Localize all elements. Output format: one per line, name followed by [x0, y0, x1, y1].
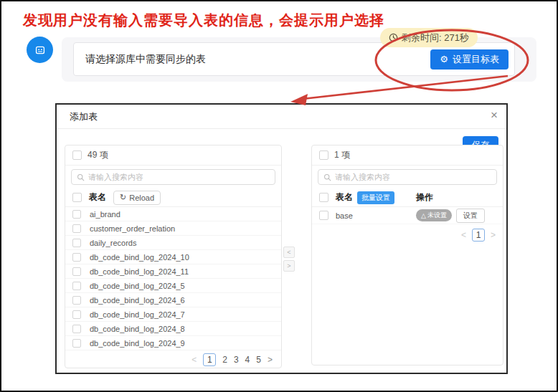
table-row[interactable]: db_code_bind_log_2024_11	[65, 264, 281, 279]
action-column-header: 操作	[416, 191, 433, 204]
target-count-row: 1 项	[312, 145, 503, 166]
source-header-row: 表名 ↻ Reload	[65, 188, 281, 207]
page-next-icon[interactable]: >	[491, 230, 496, 240]
table-row[interactable]: db_code_bind_log_2024_8	[65, 322, 281, 336]
page-next-icon[interactable]: >	[268, 355, 273, 365]
close-icon[interactable]: ×	[491, 108, 498, 123]
target-search-row	[312, 166, 503, 188]
table-name: db_code_bind_log_2024_10	[90, 253, 189, 262]
row-checkbox[interactable]	[72, 267, 81, 276]
table-row[interactable]: db_code_bind_log_2024_10	[65, 250, 281, 264]
target-header-row: 表名 批量设置 操作	[312, 188, 503, 207]
set-row-button[interactable]: 设置	[456, 209, 485, 223]
source-select-all-checkbox[interactable]	[72, 150, 82, 160]
row-checkbox[interactable]	[72, 224, 81, 233]
source-name-column-header: 表名	[89, 191, 106, 204]
row-checkbox[interactable]	[72, 253, 81, 262]
table-name: db_code_bind_log_2024_11	[90, 267, 189, 276]
gear-icon: ⚙	[440, 54, 448, 64]
table-name: db_code_bind_log_2024_7	[90, 310, 185, 319]
source-search-box	[71, 169, 275, 185]
row-checkbox[interactable]	[72, 296, 81, 305]
table-name: db_code_bind_log_2024_8	[90, 325, 185, 333]
table-name: customer_order_relation	[90, 224, 175, 233]
prompt-message-text: 请选择源库中需要同步的表	[85, 53, 206, 66]
clock-icon	[389, 33, 398, 42]
screenshot-frame: 剩余时间: 271秒 发现用户没有输入需要导入表的信息，会提示用户选择 请选择源…	[0, 0, 558, 392]
table-row[interactable]: db_code_bind_log_2024_9	[65, 336, 281, 350]
warning-triangle-icon: △	[421, 212, 426, 219]
table-name: ai_brand	[90, 210, 120, 219]
page-prev-icon[interactable]: <	[461, 230, 466, 240]
source-search-row	[65, 166, 281, 188]
target-table-name: base	[336, 211, 353, 220]
table-row[interactable]: db_code_bind_log_2024_7	[65, 307, 281, 322]
row-checkbox[interactable]	[72, 339, 81, 348]
page-1-active[interactable]: 1	[472, 229, 485, 242]
target-select-all-checkbox[interactable]	[319, 150, 328, 160]
page-3[interactable]: 3	[234, 355, 239, 365]
target-count-label: 1 项	[334, 149, 350, 161]
page-prev-icon[interactable]: <	[191, 355, 197, 365]
source-count-label: 49 项	[88, 149, 108, 161]
table-name: db_code_bind_log_2024_6	[90, 296, 185, 305]
search-icon	[77, 173, 85, 181]
row-checkbox[interactable]	[72, 282, 81, 290]
modal-header: 添加表	[57, 105, 506, 129]
table-row[interactable]: db_code_bind_log_2024_5	[65, 279, 281, 293]
prompt-message-box: 请选择源库中需要同步的表 ⚙ 设置目标表	[73, 42, 515, 76]
table-name: db_code_bind_log_2024_5	[90, 282, 185, 290]
reload-label: Reload	[129, 193, 154, 202]
target-pagination: < 1 >	[312, 224, 503, 246]
remaining-time-label: 剩余时间: 271秒	[402, 32, 469, 44]
remaining-time-badge: 剩余时间: 271秒	[380, 28, 478, 47]
move-right-button[interactable]: >	[283, 260, 295, 272]
reload-button[interactable]: ↻ Reload	[113, 191, 161, 205]
page-1-active[interactable]: 1	[203, 353, 216, 366]
table-row[interactable]: ai_brand	[65, 207, 281, 221]
page-4[interactable]: 4	[245, 355, 250, 365]
table-row[interactable]: daily_records	[65, 236, 281, 250]
source-pagination: < 1 2 3 4 5 >	[65, 350, 281, 368]
row-checkbox[interactable]	[72, 310, 81, 319]
row-checkbox[interactable]	[72, 325, 81, 333]
source-header-checkbox[interactable]	[72, 193, 82, 202]
batch-set-button[interactable]: 批量设置	[357, 191, 394, 204]
source-search-input[interactable]	[88, 173, 270, 181]
status-badge-label: 未设置	[427, 211, 447, 220]
source-table-panel: 49 项 表名 ↻ Reload	[65, 145, 282, 368]
robot-face-icon	[33, 43, 47, 57]
modal-title: 添加表	[70, 110, 98, 123]
target-search-input[interactable]	[335, 173, 491, 181]
move-left-button[interactable]: <	[283, 247, 295, 258]
table-row[interactable]: db_code_bind_log_2024_6	[65, 293, 281, 307]
row-checkbox[interactable]	[319, 211, 328, 220]
annotation-heading: 发现用户没有输入需要导入表的信息，会提示用户选择	[23, 11, 384, 30]
status-badge: △ 未设置	[416, 209, 452, 221]
source-count-row: 49 项	[65, 145, 281, 166]
assistant-avatar	[27, 37, 53, 63]
table-row[interactable]: customer_order_relation	[65, 221, 281, 236]
target-table-panel: 1 项 表名 批量设置 操作	[311, 145, 503, 365]
set-target-table-label: 设置目标表	[453, 53, 499, 66]
transfer-controls: < >	[283, 247, 295, 272]
set-target-table-button[interactable]: ⚙ 设置目标表	[430, 49, 509, 70]
search-icon	[323, 173, 331, 181]
target-header-checkbox[interactable]	[319, 193, 328, 202]
reload-icon: ↻	[120, 193, 126, 202]
target-table-row[interactable]: base △ 未设置 设置	[312, 207, 503, 224]
target-search-box	[318, 169, 497, 185]
page-5[interactable]: 5	[256, 355, 261, 365]
row-checkbox[interactable]	[72, 210, 81, 219]
target-name-column-header: 表名	[336, 191, 353, 204]
table-name: db_code_bind_log_2024_9	[90, 339, 185, 348]
row-checkbox[interactable]	[72, 239, 81, 247]
add-table-modal: 添加表 × 保存 49 项 表名	[55, 103, 508, 374]
table-name: daily_records	[90, 239, 136, 247]
page-2[interactable]: 2	[222, 355, 227, 365]
